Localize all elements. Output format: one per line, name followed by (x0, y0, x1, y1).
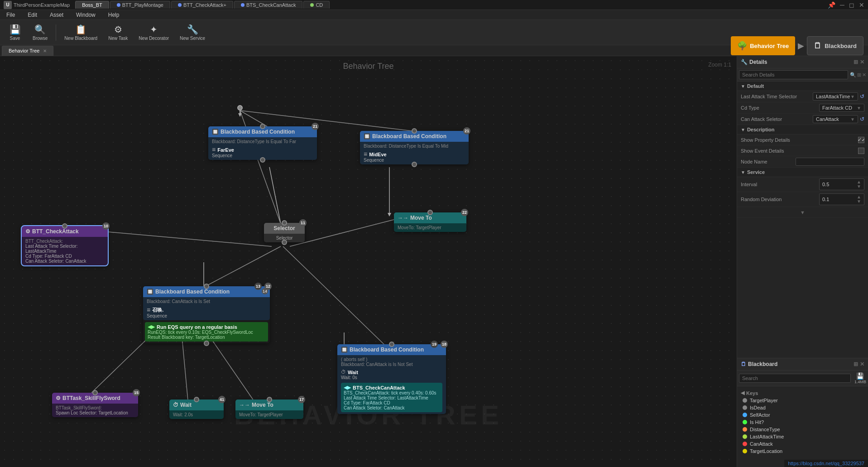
layout-icon[interactable]: ⊞ (857, 72, 861, 78)
move-to-1-node[interactable]: 22 →→ Move To MoveTo: TargetPlayer (394, 212, 466, 232)
show-property-checkbox[interactable]: ✓ (858, 137, 864, 143)
menu-bar: File Edit Asset Window Help (0, 10, 868, 20)
bb-key-isdead[interactable]: IsDead (737, 404, 868, 411)
btt-check-attack-node[interactable]: 10 ⚙ BTT_CheckAttack BTT_CheckAttack: La… (22, 226, 108, 265)
bbc-not-set-node[interactable]: 18 19 🔲 Blackboard Based Condition ( abo… (337, 344, 446, 414)
bb-key-canattack[interactable]: CanAttack (737, 440, 868, 448)
service-section-header[interactable]: ▼ Service (737, 168, 868, 177)
random-deviation-value[interactable]: 0.1 ▲▼ (819, 193, 864, 205)
new-decorator-button[interactable]: ✦ New Decorator (134, 22, 173, 43)
cd-type-dropdown[interactable]: FarAttack CD ▼ (819, 104, 864, 112)
details-close-icon[interactable]: ✕ (860, 59, 864, 65)
last-attack-reset-icon[interactable]: ↺ (860, 93, 864, 100)
menu-window[interactable]: Window (73, 11, 98, 19)
details-search[interactable]: 🔍 ⊞ ✕ (737, 68, 868, 82)
bb-key-targetplayer[interactable]: TargetPlayer (737, 397, 868, 404)
details-search-input[interactable] (739, 70, 848, 79)
behavior-tree-mode-button[interactable]: 🌳 Behavior Tree (731, 36, 795, 55)
bt-task-skill-node[interactable]: 15 ⚙ BTTask_SkillFlySword BTTask_SkillFl… (52, 393, 138, 417)
connector-bottom-bbc-far[interactable] (260, 157, 265, 163)
move-to-2-node[interactable]: 17 →→ Move To MoveTo: TargetPlayer (235, 400, 303, 419)
blackboard-close-icon[interactable]: ✕ (860, 361, 864, 367)
connector-bottom-bbc3[interactable] (204, 341, 209, 346)
connector-bottom-bbc-mid[interactable] (412, 162, 417, 167)
connector-top-btt[interactable] (62, 223, 67, 229)
bbc-canattack-node[interactable]: 12 13 🔲 Blackboard Based Condition Black… (143, 286, 270, 343)
minimize-icon[interactable]: ─ (840, 1, 844, 9)
search-icon[interactable]: 🔍 (850, 72, 856, 78)
status-bar: https://blog.csdn.net/qq_33229537 (784, 460, 868, 467)
random-deviation-spin-icon[interactable]: ▲▼ (857, 195, 861, 204)
blackboard-search-input[interactable] (739, 374, 851, 383)
btt-check-title: BTT_CheckAttack (32, 228, 79, 235)
restore-icon[interactable]: ◻ (849, 1, 854, 9)
menu-file[interactable]: File (4, 11, 18, 19)
bbc-mid-node[interactable]: 21 🔲 Blackboard Based Condition Blackboa… (360, 131, 469, 164)
tab-close-icon[interactable]: ✕ (43, 48, 47, 53)
canvas[interactable]: Behavior Tree Zoom 1:1 BEHAVIOR TREE (0, 56, 737, 467)
menu-help[interactable]: Help (106, 11, 122, 19)
tab-check-attack[interactable]: BTT_CheckAttack+ (171, 1, 233, 9)
blackboard-search[interactable]: 💾 1.4MB (737, 371, 868, 386)
run-eqs-node[interactable]: ◀▶ Run EQS query on a regular basis RunE… (145, 322, 268, 342)
move-to-2-subtitle: MoveTo: TargetPlayer (239, 412, 300, 417)
tab-bts-check[interactable]: BTS_CheckCanAttack (234, 1, 302, 9)
tab-boss-bt[interactable]: Boss_BT (75, 1, 109, 9)
blackboard-mode-button[interactable]: 🗒 Blackboard (807, 36, 863, 55)
new-blackboard-icon: 📋 (75, 24, 86, 35)
service-expand-icon[interactable]: ▼ (800, 210, 805, 215)
connector-top-skill[interactable] (92, 390, 98, 395)
connector-top-selector[interactable] (282, 220, 287, 226)
description-section-header[interactable]: ▼ Description (737, 125, 868, 135)
connector-top-bbc3[interactable] (204, 284, 209, 289)
last-attack-dropdown[interactable]: LastAttackTime ▼ (813, 92, 858, 101)
new-blackboard-button[interactable]: 📋 New Blackboard (60, 22, 102, 43)
connector-top-move2[interactable] (267, 397, 272, 402)
window-controls[interactable]: 📌 ─ ◻ ✕ (828, 1, 864, 9)
blackboard-resize-icon[interactable]: ⊞ (854, 361, 858, 367)
bts-check-node[interactable]: ◀▶ BTS_CheckCanAttack BTS_CheckCanAttack… (341, 383, 442, 412)
new-service-button[interactable]: 🔧 New Service (175, 22, 210, 43)
connector-top-bbc4[interactable] (389, 342, 394, 347)
can-attack-reset-icon[interactable]: ↺ (860, 116, 864, 122)
default-section-header[interactable]: ▼ Default (737, 82, 868, 91)
connector-top-bbc-far[interactable] (260, 124, 265, 129)
wait-node[interactable]: 41 ⏱ Wait Wait: 2.0s (169, 400, 224, 419)
tab-cd[interactable]: CD (303, 1, 330, 9)
interval-spin-icon[interactable]: ▲▼ (857, 180, 861, 189)
bb-key-ishit[interactable]: Is Hit? (737, 419, 868, 426)
connector-bottom-selector[interactable] (282, 240, 287, 245)
menu-edit[interactable]: Edit (25, 11, 40, 19)
menu-asset[interactable]: Asset (47, 11, 66, 19)
show-event-details-prop: Show Event Details (737, 145, 868, 156)
tab-play-montage[interactable]: BTT_PlayMontage (110, 1, 170, 9)
interval-value[interactable]: 0.5 ▲▼ (819, 178, 864, 190)
can-attack-dropdown[interactable]: CanAttack ▼ (813, 115, 858, 123)
behavior-tree-tab[interactable]: Behavior Tree ✕ (2, 46, 53, 56)
selector-node[interactable]: 11 Selector Selector (264, 223, 305, 242)
cd-type-prop: Cd Type FarAttack CD ▼ (737, 102, 868, 114)
save-label: Save (10, 36, 20, 41)
connector-top-move1[interactable] (427, 210, 433, 215)
bb-key-selfactor[interactable]: SelfActor (737, 411, 868, 419)
details-resize-icon[interactable]: ⊞ (854, 59, 858, 65)
bb-key-distancetype[interactable]: DistanceType (737, 426, 868, 433)
pin-icon[interactable]: 📌 (828, 1, 835, 9)
new-task-button[interactable]: ⚙ New Task (104, 22, 132, 43)
connector-top-wait[interactable] (194, 397, 199, 402)
bb-key-lastattacktime[interactable]: LastAttackTime (737, 433, 868, 440)
interval-num: 0.5 (822, 182, 829, 187)
close-icon[interactable]: ✕ (859, 1, 864, 9)
node-badge-10: 10 (102, 222, 110, 230)
bbc-far-node[interactable]: 21 🔲 Blackboard Based Condition Blackboa… (208, 126, 317, 160)
connector-top-bbc-mid[interactable] (412, 128, 417, 134)
keys-label: Keys (746, 390, 758, 396)
filter-close-icon[interactable]: ✕ (862, 72, 866, 78)
save-icon: 💾 (10, 24, 21, 35)
show-event-checkbox[interactable] (858, 148, 864, 154)
node-name-input[interactable] (796, 158, 864, 166)
bb-key-targetlocation[interactable]: TargetLocation (737, 448, 868, 455)
service-expand[interactable]: ▼ (737, 207, 868, 218)
browse-button[interactable]: 🔍 Browse (28, 22, 52, 43)
save-button[interactable]: 💾 Save (4, 22, 26, 43)
